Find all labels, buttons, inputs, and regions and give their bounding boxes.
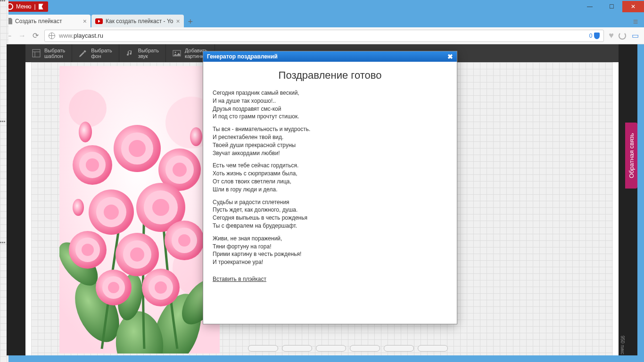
insert-into-playcast-link[interactable]: Вставить в плэйкаст [213, 276, 266, 282]
svg-point-30 [152, 199, 169, 216]
reload-button[interactable]: ⟳ [31, 31, 40, 40]
address-bar[interactable]: www.playcast.ru 0 [44, 30, 604, 42]
url-text: www.playcast.ru [59, 32, 586, 39]
bookmark-button[interactable]: ♥ [609, 31, 614, 41]
choose-template-button[interactable]: Выбратьшаблон [25, 44, 72, 62]
canvas-image-roses[interactable] [59, 66, 220, 354]
new-tab-button[interactable]: + [185, 16, 196, 27]
menu-label: Меню [16, 3, 31, 10]
svg-rect-0 [33, 49, 40, 57]
poem-stanza: Судьбы и радости сплетения Пусть ждет, к… [213, 198, 447, 230]
tab-close-icon[interactable]: × [83, 17, 87, 25]
ruler-vertical-label: 950 пикс [614, 336, 625, 354]
template-icon [32, 49, 41, 58]
bottom-handles [248, 345, 448, 352]
globe-icon [49, 33, 55, 39]
tool-label: Выбрать [138, 48, 159, 53]
tab-close-icon[interactable]: × [176, 17, 180, 25]
minimize-button[interactable]: — [579, 1, 601, 12]
svg-point-18 [86, 158, 99, 172]
resize-handle[interactable] [248, 345, 278, 352]
svg-point-33 [82, 244, 94, 256]
resize-handle[interactable] [418, 345, 448, 352]
svg-point-21 [129, 140, 146, 157]
navigation-bar: ← → ⟳ www.playcast.ru 0 ♥ ▭ [0, 27, 644, 44]
svg-point-36 [130, 247, 144, 262]
dialog-title: Генератор поздравлений [207, 53, 278, 60]
resize-handle[interactable] [316, 345, 346, 352]
svg-point-45 [155, 281, 167, 294]
close-window-button[interactable]: ✕ [622, 1, 644, 12]
resize-handle[interactable] [350, 345, 380, 352]
svg-point-24 [173, 163, 187, 177]
svg-point-46 [79, 122, 92, 142]
brush-icon [79, 49, 87, 58]
dialog-heading: Поздравление готово [213, 69, 447, 82]
dialog-close-button[interactable]: ✖ [447, 53, 453, 60]
flag-icon [39, 4, 43, 9]
youtube-icon [95, 18, 103, 24]
image-icon [173, 49, 181, 58]
tool-label: Выбрать [44, 48, 65, 53]
dialog-body: Поздравление готово Сегодня праздник сам… [203, 62, 457, 324]
tab-create-playcast[interactable]: Создать плейкаст × [3, 15, 91, 27]
svg-point-42 [108, 282, 119, 293]
feedback-tab[interactable]: Обратная связь [625, 123, 637, 189]
forward-button[interactable]: → [18, 32, 26, 40]
right-gutter [619, 44, 637, 355]
tab-menu-button[interactable]: ≡ [630, 16, 641, 27]
opera-menu-button[interactable]: Меню | [2, 1, 48, 12]
tab-title: Создать плейкаст [15, 18, 80, 25]
poem-text: Сегодня праздник самый веский, И на душе… [213, 89, 447, 266]
poem-stanza: Сегодня праздник самый веский, И на душе… [213, 89, 447, 121]
svg-point-47 [190, 127, 202, 146]
tool-label: Выбрать [91, 48, 112, 53]
resize-handle[interactable] [282, 345, 312, 352]
resize-handle[interactable] [384, 345, 414, 352]
sync-button[interactable] [619, 32, 626, 40]
poem-stanza: Ты вся - внимательность и мудрость. И ре… [213, 125, 447, 157]
left-gutter [7, 44, 25, 355]
svg-point-7 [69, 90, 107, 127]
choose-background-button[interactable]: Выбратьфон [72, 44, 119, 62]
choose-sound-button[interactable]: Выбратьзвук [119, 44, 166, 62]
svg-point-48 [73, 199, 84, 216]
poem-stanza: Живи, не зная поражений, Тяни фортуну на… [213, 235, 447, 266]
svg-point-39 [178, 234, 190, 247]
tab-youtube-tutorial[interactable]: Как создать плейкаст - Yo × [91, 15, 184, 27]
blocker-badge[interactable]: 0 [589, 33, 600, 39]
window-controls: — ☐ ✕ [579, 1, 644, 12]
svg-point-27 [104, 205, 119, 220]
svg-point-5 [174, 52, 176, 53]
greeting-generator-dialog: Генератор поздравлений ✖ Поздравление го… [203, 51, 457, 324]
sidebar-button[interactable]: ▭ [631, 31, 639, 40]
poem-stanza: Есть чем тебе сейчас гордиться. Хоть жиз… [213, 162, 447, 193]
shield-icon [594, 33, 600, 39]
window-titlebar: Меню | — ☐ ✕ [0, 0, 644, 13]
dialog-header[interactable]: Генератор поздравлений ✖ [203, 51, 457, 62]
tab-strip: Создать плейкаст × Как создать плейкаст … [0, 13, 644, 27]
tab-title: Как создать плейкаст - Yo [106, 18, 173, 25]
maximize-button[interactable]: ☐ [601, 1, 622, 12]
svg-rect-3 [83, 50, 86, 53]
music-icon [126, 49, 134, 58]
